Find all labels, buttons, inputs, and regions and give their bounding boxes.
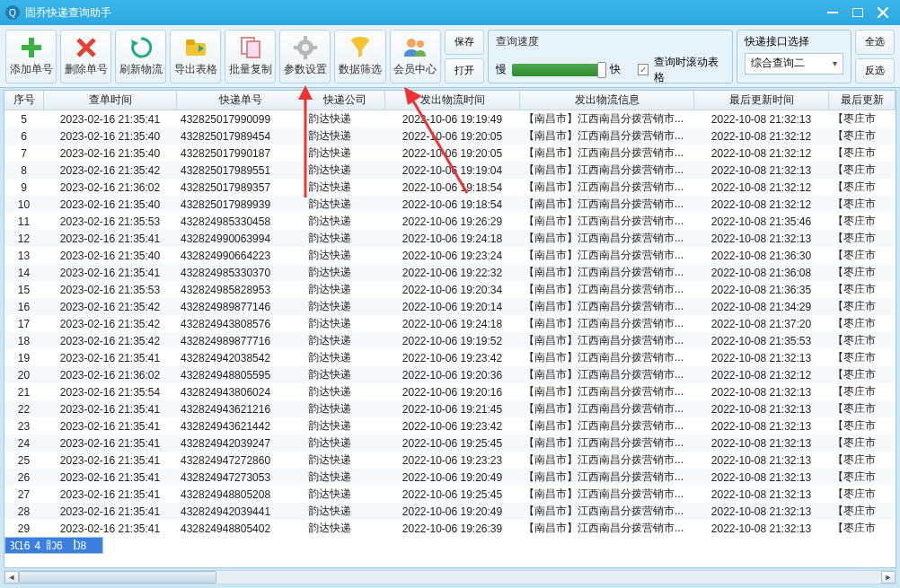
column-header[interactable]: 最后更新时间 <box>694 91 829 110</box>
cell: 2022-10-06 19:26:39 <box>385 520 520 537</box>
table-row[interactable]: 272023-02-16 21:35:41432824948805208韵达快递… <box>4 486 896 503</box>
column-header[interactable]: 查单时间 <box>44 91 177 110</box>
table-row[interactable]: 112023-02-16 21:35:53432824985330458韵达快递… <box>4 213 896 230</box>
cell: 432824948805208 <box>177 486 304 503</box>
cell: 【南昌市】江西南昌分拨营销市... <box>520 281 694 298</box>
cell: 2022-10-08 21:36:30 <box>694 247 829 264</box>
filter-button[interactable]: 数据筛选 <box>334 30 385 83</box>
table-row[interactable]: 152023-02-16 21:35:53432824985828953韵达快递… <box>4 281 896 298</box>
cell: 2023-02-16 21:35:41 <box>44 503 177 520</box>
cell: 【枣庄市 <box>829 315 896 332</box>
table-row[interactable]: 182023-02-16 21:35:42432824989877716韵达快递… <box>4 332 896 349</box>
cell: 2022-10-06 19:23:24 <box>385 247 520 264</box>
scroll-right-button[interactable]: ► <box>881 571 896 584</box>
table-row[interactable]: 202023-02-16 21:36:02432824948805595韵达快递… <box>4 366 896 383</box>
cell: 【南昌市】江西南昌分拨营销市... <box>520 247 694 264</box>
cell: 韵达快递 <box>304 179 385 196</box>
minimize-button[interactable] <box>821 4 844 21</box>
export-button[interactable]: 导出表格 <box>170 30 221 83</box>
maximize-button[interactable] <box>846 4 869 21</box>
cell: 2022-10-06 19:19:04 <box>385 162 520 179</box>
cell: 韵达快递 <box>304 196 385 213</box>
cell: 2022-10-08 21:35:46 <box>694 213 829 230</box>
cell: 2022-10-08 21:32:12 <box>694 179 829 196</box>
cell: 【南昌市】江西南昌分拨营销市... <box>520 434 694 452</box>
cell: 【枣庄市 <box>829 213 896 230</box>
select-all-button[interactable]: 全选 <box>855 30 895 55</box>
cell: 432824947272860 <box>177 452 304 469</box>
cell: 9 <box>4 179 44 196</box>
table-row[interactable]: 192023-02-16 21:35:41432824942038542韵达快递… <box>4 349 896 366</box>
scroll-checkbox-label: 查询时滚动表格 <box>654 55 725 85</box>
invert-select-button[interactable]: 反选 <box>855 58 895 83</box>
scroll-left-button[interactable]: ◄ <box>4 571 19 584</box>
table-row[interactable]: 282023-02-16 21:35:41432824942039441韵达快递… <box>4 503 896 520</box>
cell: 韵达快递 <box>304 145 385 162</box>
copy-button[interactable]: 批量复制 <box>225 30 276 83</box>
cell: 韵达快递 <box>304 298 385 315</box>
cell: 2022-10-08 21:32:12 <box>694 196 829 213</box>
column-header[interactable]: 发出物流信息 <box>520 91 694 110</box>
open-button[interactable]: 打开 <box>445 58 484 83</box>
table-row[interactable]: 262023-02-16 21:35:41432824947273053韵达快递… <box>4 469 896 486</box>
scrollbar-track[interactable] <box>19 571 881 584</box>
filter-icon <box>348 35 373 60</box>
scroll-checkbox[interactable]: ✓ <box>638 64 649 75</box>
scrollbar-thumb[interactable] <box>19 571 216 584</box>
column-header[interactable]: 最后更新 <box>829 91 896 110</box>
interface-select[interactable]: 综合查询二 ▾ <box>745 53 843 75</box>
table-row[interactable]: 222023-02-16 21:35:41432824943621216韵达快递… <box>4 400 896 417</box>
table-row[interactable]: 142023-02-16 21:35:41432824985330370韵达快递… <box>4 264 896 281</box>
cell: 韵达快递 <box>304 230 385 247</box>
add-button[interactable]: 添加单号 <box>5 30 57 83</box>
table-row[interactable]: 52023-02-16 21:35:41432825017990099韵达快递2… <box>4 110 896 127</box>
column-header[interactable]: 快递公司 <box>304 91 385 110</box>
cell: 2023-02-16 21:35:42 <box>44 298 177 315</box>
cell: 2023-02-16 21:35:41 <box>44 417 177 434</box>
users-icon <box>402 35 428 60</box>
slider-thumb[interactable] <box>597 62 606 78</box>
table-row[interactable]: 292023-02-16 21:35:41432824948805402韵达快递… <box>4 520 896 537</box>
table-row[interactable]: 72023-02-16 21:35:40432825017990187韵达快递2… <box>4 145 896 162</box>
cell: 韵达快递 <box>304 281 385 298</box>
speed-slow-label: 慢 <box>496 62 507 77</box>
cell: 韵达快递 <box>304 349 385 366</box>
cell: 30 <box>11 540 20 552</box>
table-row[interactable]: 302023-02-16 21:35:41432824948805402韵达快递… <box>4 537 103 554</box>
cell: 2023-02-16 21:35:41 <box>44 486 177 503</box>
table-row[interactable]: 212023-02-16 21:35:54432824943806024韵达快递… <box>4 383 896 400</box>
app-icon: Q <box>5 5 20 20</box>
cell: 432824989877716 <box>177 332 304 349</box>
member-button[interactable]: 会员中心 <box>390 30 441 83</box>
cell: 韵达快递 <box>304 400 385 417</box>
table-row[interactable]: 102023-02-16 21:35:40432825017989939韵达快递… <box>4 196 896 213</box>
cell: 2022-10-06 19:24:18 <box>385 315 520 332</box>
column-header[interactable]: 序号 <box>4 91 44 110</box>
table-row[interactable]: 82023-02-16 21:35:42432825017989551韵达快递2… <box>4 162 896 179</box>
column-header[interactable]: 快递单号 <box>177 91 304 110</box>
table-row[interactable]: 92023-02-16 21:36:02432825017989357韵达快递2… <box>4 179 896 196</box>
column-header[interactable]: 发出物流时间 <box>385 91 520 110</box>
table-row[interactable]: 242023-02-16 21:35:41432824942039247韵达快递… <box>4 434 896 452</box>
params-button[interactable]: 参数设置 <box>279 30 331 83</box>
close-button[interactable] <box>871 4 895 21</box>
table-row[interactable]: 162023-02-16 21:35:42432824989877146韵达快递… <box>4 298 896 315</box>
refresh-button[interactable]: 刷新物流 <box>115 30 166 83</box>
table-row[interactable]: 62023-02-16 21:35:40432825017989454韵达快递2… <box>4 127 896 145</box>
table-row[interactable]: 172023-02-16 21:35:42432824943808576韵达快递… <box>4 315 896 332</box>
delete-button[interactable]: 删除单号 <box>60 30 111 83</box>
gear-icon <box>293 35 318 60</box>
horizontal-scrollbar[interactable]: ◄ ► <box>4 570 896 584</box>
table-row[interactable]: 122023-02-16 21:35:41432824990063994韵达快递… <box>4 230 896 247</box>
speed-slider[interactable] <box>512 64 604 76</box>
cell: 【南昌市】江西南昌分拨营销市... <box>520 452 694 469</box>
cell: 【南昌市】江西南昌分拨营销市... <box>520 179 694 196</box>
cell: 432824985330370 <box>177 264 304 281</box>
grid-body[interactable]: 52023-02-16 21:35:41432825017990099韵达快递2… <box>4 110 896 554</box>
cell: 432824942039441 <box>177 503 304 520</box>
cell: 韵达快递 <box>304 110 385 127</box>
table-row[interactable]: 232023-02-16 21:35:41432824943621442韵达快递… <box>4 417 896 434</box>
save-button[interactable]: 保存 <box>445 30 484 55</box>
table-row[interactable]: 132023-02-16 21:35:40432824990664223韵达快递… <box>4 247 896 264</box>
table-row[interactable]: 252023-02-16 21:35:41432824947272860韵达快递… <box>4 452 896 469</box>
